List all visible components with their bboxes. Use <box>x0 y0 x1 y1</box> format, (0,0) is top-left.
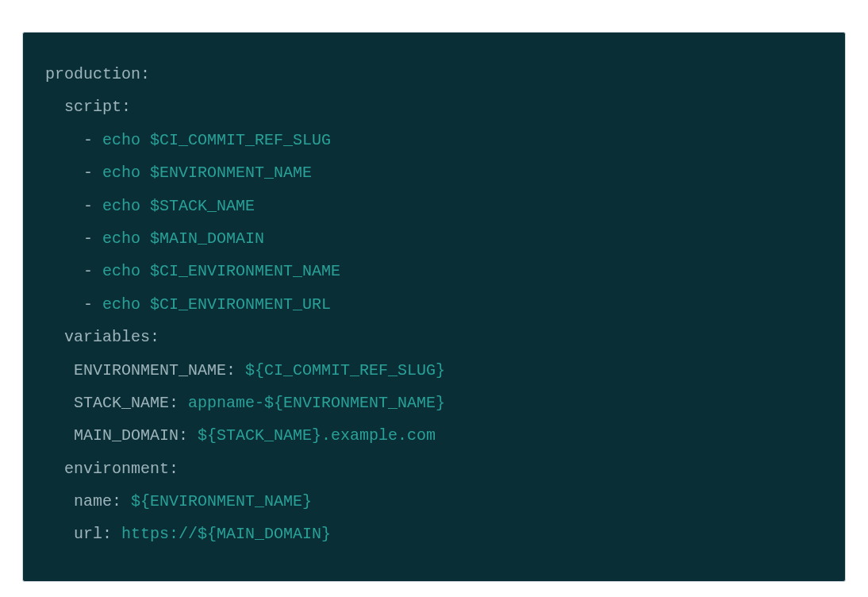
code-command: echo $STACK_NAME <box>102 197 255 215</box>
code-key: STACK_NAME: <box>45 394 188 412</box>
code-command: echo $MAIN_DOMAIN <box>102 229 264 248</box>
code-value: ${ENVIRONMENT_NAME} <box>131 492 312 510</box>
code-command: echo $CI_COMMIT_REF_SLUG <box>102 131 331 149</box>
code-command: echo $ENVIRONMENT_NAME <box>102 164 312 182</box>
code-key: MAIN_DOMAIN: <box>45 426 198 445</box>
code-dash: - <box>45 131 102 149</box>
code-key: name: <box>45 492 131 510</box>
code-dash: - <box>45 295 102 314</box>
code-value: ${STACK_NAME}.example.com <box>198 426 436 445</box>
code-value: ${CI_COMMIT_REF_SLUG} <box>245 361 445 379</box>
code-key: ENVIRONMENT_NAME: <box>45 361 245 379</box>
code-value: https://${MAIN_DOMAIN} <box>121 525 331 543</box>
code-line: environment: <box>45 460 179 478</box>
code-dash: - <box>45 229 102 248</box>
code-command: echo $CI_ENVIRONMENT_NAME <box>102 262 340 280</box>
code-value: appname-${ENVIRONMENT_NAME} <box>188 394 445 412</box>
code-line: variables: <box>45 328 159 346</box>
code-dash: - <box>45 197 102 215</box>
code-line: script: <box>45 98 131 116</box>
code-key: url: <box>45 525 121 543</box>
yaml-code-block: production: script: - echo $CI_COMMIT_RE… <box>22 32 846 582</box>
code-command: echo $CI_ENVIRONMENT_URL <box>102 295 331 314</box>
code-dash: - <box>45 164 102 182</box>
code-line: production: <box>45 65 150 83</box>
code-dash: - <box>45 262 102 280</box>
